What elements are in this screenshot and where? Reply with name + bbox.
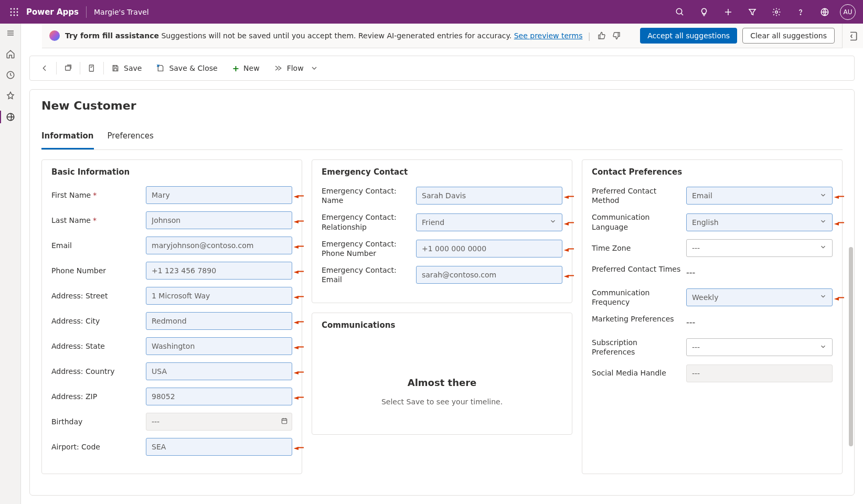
home-icon[interactable] xyxy=(4,48,17,60)
pref-tz-select[interactable]: --- xyxy=(686,239,833,257)
suggestion-arrow-icon xyxy=(294,241,304,251)
section-emergency-contact: Emergency Contact Emergency Contact: Nam… xyxy=(312,159,572,303)
app-name-label[interactable]: Margie's Travel xyxy=(94,8,149,16)
country-input[interactable] xyxy=(146,362,292,380)
clear-all-button[interactable]: Clear all suggestions xyxy=(742,28,835,44)
globe-icon[interactable] xyxy=(813,0,837,24)
recent-icon[interactable] xyxy=(4,69,17,81)
ec-name-input[interactable] xyxy=(416,187,562,205)
nav-collapse-icon[interactable] xyxy=(4,27,17,39)
ec-phone-input[interactable] xyxy=(416,240,562,258)
suggestion-arrow-icon xyxy=(834,292,844,302)
flow-button[interactable]: Flow xyxy=(267,56,326,80)
page-title: New Customer xyxy=(41,99,843,112)
user-avatar[interactable]: AU xyxy=(840,4,856,20)
back-button[interactable] xyxy=(33,56,56,80)
first-name-input[interactable] xyxy=(146,186,292,204)
ec-rel-label: Emergency Contact: Relationship xyxy=(322,212,411,231)
new-button[interactable]: +New xyxy=(225,56,267,80)
lightbulb-icon[interactable] xyxy=(692,0,716,24)
avatar-initials: AU xyxy=(844,8,853,16)
svg-point-9 xyxy=(676,8,682,14)
calendar-icon[interactable] xyxy=(281,417,288,427)
suggestion-arrow-icon xyxy=(294,316,304,326)
ec-name-label: Emergency Contact: Name xyxy=(322,186,411,205)
zip-input[interactable] xyxy=(146,388,292,405)
pin-icon[interactable] xyxy=(4,90,17,102)
phone-label: Phone Number xyxy=(51,266,141,275)
preview-terms-link[interactable]: See preview terms xyxy=(514,31,583,40)
pref-marketing-value[interactable]: --- xyxy=(686,314,833,330)
state-label: Address: State xyxy=(51,341,141,351)
zip-label: Address: ZIP xyxy=(51,392,141,401)
pref-marketing-label: Marketing Preferences xyxy=(592,314,681,324)
suggestion-arrow-icon xyxy=(564,217,574,227)
street-input[interactable] xyxy=(146,287,292,305)
email-input[interactable] xyxy=(146,237,292,254)
pref-lang-select[interactable]: English xyxy=(686,213,833,231)
search-icon[interactable] xyxy=(668,0,692,24)
help-icon[interactable] xyxy=(789,0,813,24)
save-button[interactable]: Save xyxy=(104,56,149,80)
pref-social-input[interactable]: --- xyxy=(686,364,833,382)
tab-preferences[interactable]: Preferences xyxy=(108,126,154,149)
vertical-scrollbar[interactable] xyxy=(849,247,853,446)
thumbs-up-icon[interactable] xyxy=(596,30,608,41)
pref-freq-select[interactable]: Weekly xyxy=(686,288,833,306)
suggestion-arrow-icon xyxy=(564,191,574,201)
new-label: New xyxy=(243,64,260,72)
pref-tz-label: Time Zone xyxy=(592,243,681,253)
app-launcher-icon[interactable] xyxy=(5,3,23,21)
gear-icon[interactable] xyxy=(764,0,789,24)
pref-method-select[interactable]: Email xyxy=(686,187,833,205)
divider xyxy=(86,6,87,18)
country-label: Address: Country xyxy=(51,367,141,376)
section-title: Contact Preferences xyxy=(592,167,833,177)
ec-rel-select[interactable]: Friend xyxy=(416,213,562,231)
airport-label: Airport: Code xyxy=(51,442,141,452)
open-new-window-button[interactable] xyxy=(57,56,80,80)
suggestion-arrow-icon xyxy=(564,243,574,253)
ec-email-input[interactable] xyxy=(416,266,562,284)
command-bar: Save Save & Close +New Flow xyxy=(29,56,855,81)
chevron-down-icon xyxy=(819,293,827,302)
customers-nav-icon[interactable] xyxy=(4,111,17,123)
topbar: Power Apps Margie's Travel AU xyxy=(0,0,863,24)
svg-point-13 xyxy=(775,10,778,13)
plus-icon[interactable] xyxy=(716,0,740,24)
brand-label: Power Apps xyxy=(26,7,79,17)
svg-rect-22 xyxy=(89,65,93,71)
city-input[interactable] xyxy=(146,312,292,330)
last-name-input[interactable] xyxy=(146,211,292,229)
section-title: Basic Information xyxy=(51,167,292,177)
birthday-input[interactable]: --- xyxy=(146,413,292,431)
svg-point-6 xyxy=(10,14,12,16)
airport-input[interactable] xyxy=(146,438,292,456)
ec-phone-label: Emergency Contact: Phone Number xyxy=(322,239,411,258)
pref-social-label: Social Media Handle xyxy=(592,368,681,378)
accept-all-button[interactable]: Accept all suggestions xyxy=(640,28,737,44)
pref-sub-select[interactable]: --- xyxy=(686,338,833,356)
tab-information[interactable]: Information xyxy=(41,126,94,149)
svg-line-10 xyxy=(681,13,683,15)
pref-times-value[interactable]: --- xyxy=(686,264,833,281)
svg-point-5 xyxy=(17,11,18,13)
empty-state-subtitle: Select Save to see your timeline. xyxy=(322,398,562,406)
phone-input[interactable] xyxy=(146,262,292,280)
state-input[interactable] xyxy=(146,337,292,355)
suggestion-arrow-icon xyxy=(294,291,304,301)
suggestion-arrow-icon xyxy=(834,191,844,201)
check-button[interactable] xyxy=(80,56,103,80)
save-close-label: Save & Close xyxy=(169,64,217,72)
thumbs-down-icon[interactable] xyxy=(611,30,622,41)
flow-label: Flow xyxy=(287,64,304,72)
filter-icon[interactable] xyxy=(740,0,764,24)
plus-icon: + xyxy=(232,63,239,73)
svg-point-14 xyxy=(800,14,801,14)
svg-rect-25 xyxy=(282,419,286,423)
save-close-button[interactable]: Save & Close xyxy=(149,56,225,80)
chevron-down-icon xyxy=(819,343,827,352)
copilot-panel-toggle[interactable] xyxy=(842,24,863,48)
pref-lang-label: Communication Language xyxy=(592,212,681,231)
suggestion-arrow-icon xyxy=(294,442,304,452)
